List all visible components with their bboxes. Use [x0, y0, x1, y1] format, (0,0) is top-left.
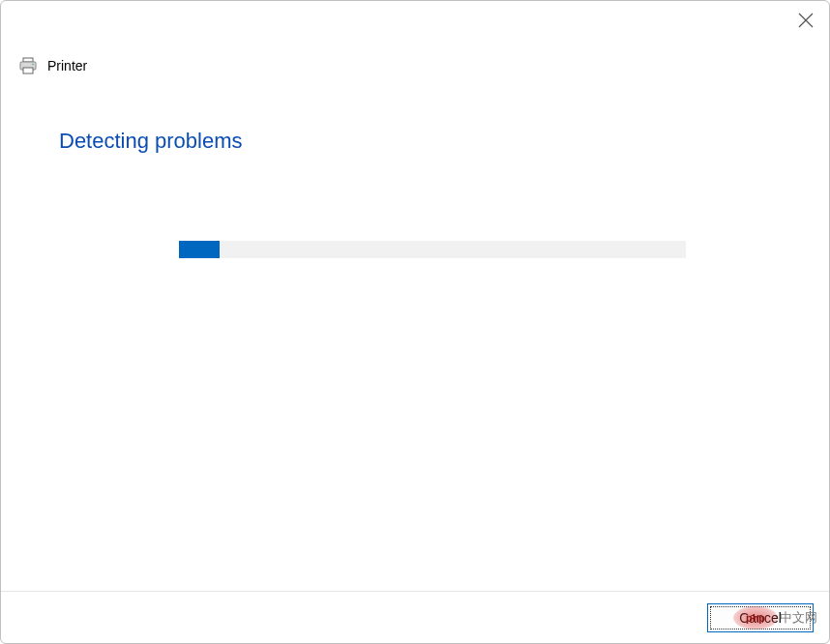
- troubleshooter-window: Printer Detecting problems Cancel php 中文…: [0, 0, 830, 644]
- cancel-button[interactable]: Cancel: [707, 603, 814, 632]
- window-title: Printer: [47, 58, 87, 73]
- titlebar: [1, 1, 829, 40]
- svg-rect-4: [23, 68, 33, 73]
- svg-point-5: [32, 64, 34, 66]
- progress-fill: [179, 241, 220, 258]
- header-row: Printer: [1, 40, 829, 74]
- cancel-button-label: Cancel: [739, 610, 782, 626]
- svg-rect-2: [23, 58, 33, 62]
- footer: Cancel php 中文网: [1, 591, 829, 643]
- page-heading: Detecting problems: [59, 129, 771, 154]
- close-icon: [798, 13, 814, 28]
- close-button[interactable]: [798, 13, 814, 28]
- main-content: Detecting problems: [1, 74, 829, 591]
- printer-icon: [18, 57, 38, 74]
- progress-bar: [179, 241, 686, 258]
